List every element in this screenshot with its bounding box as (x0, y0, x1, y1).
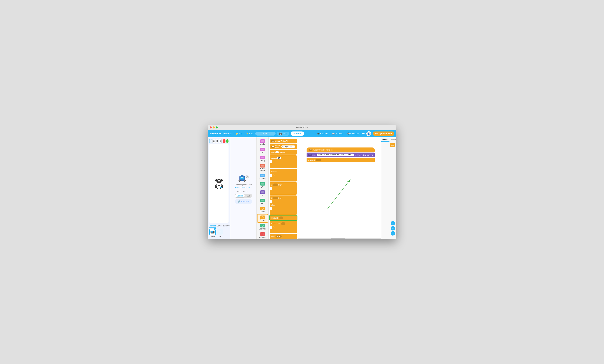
code-brackets-icon: </> (391, 144, 394, 146)
if-else-block[interactable]: if then (270, 195, 297, 200)
svg-point-3 (220, 179, 223, 182)
split-view-button[interactable]: ⊞ (213, 139, 215, 143)
view-controls: ⤡ ⊞ ☰ ⊟ (209, 139, 228, 143)
horizontal-scrollbar[interactable] (298, 238, 381, 239)
iot-icon (261, 199, 264, 201)
wait-seconds-block[interactable]: wait 1 seconds (270, 150, 297, 155)
zoom-in-button[interactable]: + (391, 221, 395, 225)
workspace-wait-until-block[interactable]: wait until (307, 158, 375, 162)
if-condition-slot (273, 183, 278, 186)
courses-button[interactable]: 🎓 Courses (316, 132, 329, 135)
folder-icon: 📁 (236, 133, 238, 135)
zoom-out-button[interactable]: − (391, 226, 395, 231)
minimize-button[interactable] (213, 126, 215, 128)
category-audio[interactable]: Audio (257, 138, 268, 146)
category-control[interactable]: Control (257, 214, 268, 223)
fullscreen-button[interactable] (216, 126, 218, 128)
blocks-panel: ■■ restart CyberPi ■■ insert code cyberp… (269, 137, 298, 239)
edit-menu[interactable]: ✏️ Edit (245, 132, 254, 135)
category-lan[interactable]: LAN (257, 181, 268, 189)
svg-point-22 (239, 180, 240, 181)
feedback-button[interactable]: 💬 Feedback (346, 132, 361, 135)
mode-switch-label: Mode Switch ℹ (238, 190, 250, 192)
forever-block[interactable]: forever (270, 169, 297, 174)
scroll-thumb[interactable] (331, 238, 345, 239)
when-cyberpi-starts-block[interactable]: ■■ when CyberPi starts up (307, 147, 375, 152)
category-operators[interactable]: Operators (257, 223, 268, 231)
run-button[interactable] (226, 139, 228, 143)
cyberpi-icon-wrapper[interactable]: ✕ (209, 229, 216, 235)
repeat-end (270, 163, 297, 168)
category-iot[interactable]: IoT (257, 198, 268, 206)
svg-rect-37 (261, 149, 264, 150)
repeat-until-slot (281, 222, 285, 225)
category-events-label: Events (260, 211, 265, 213)
live-mode-button[interactable]: Live (245, 194, 252, 197)
repeat-block[interactable]: repeat 10 (270, 155, 297, 160)
svg-point-27 (241, 178, 242, 178)
category-led[interactable]: LED (257, 147, 268, 155)
insert-code-block[interactable]: ■■ insert code cyberpi.console.print("he… (270, 144, 297, 149)
tab-sprites[interactable]: Sprites (217, 224, 223, 228)
upload-mode-button[interactable]: Upload (235, 194, 245, 197)
cyberpi-device-item: ✕ CyberPi (209, 229, 216, 237)
repeat-input: 10 (277, 157, 281, 159)
tutorials-button[interactable]: 📖 Tutorials (331, 132, 344, 135)
list-view-button[interactable]: ☰ (216, 139, 218, 143)
category-variables[interactable]: Variables (257, 231, 268, 239)
stop-button[interactable] (223, 139, 225, 143)
expand-view-button[interactable]: ⤡ (209, 139, 212, 143)
category-display[interactable]: Display (257, 155, 268, 163)
stop-block[interactable]: stop all ▼ (270, 234, 297, 239)
print-block[interactable]: ■■ print Press B to start obstacle avoid… (307, 153, 375, 157)
led-icon (261, 148, 264, 150)
category-operators-label: Operators (259, 228, 266, 230)
tab-blocks[interactable]: Blocks (381, 137, 390, 142)
dropdown-arrow-icon: ▼ (279, 236, 281, 237)
repeat-until-block[interactable]: repeat until (270, 221, 297, 226)
zoom-fit-button[interactable]: — (391, 231, 395, 236)
wait-until-block[interactable]: wait until (270, 216, 297, 220)
remove-device-button[interactable]: ✕ (214, 228, 216, 231)
avatar[interactable]: 👤 (366, 131, 371, 136)
code-view-button[interactable]: </> (390, 143, 395, 147)
python-editor-button[interactable]: </> Python Editor (373, 132, 394, 136)
file-menu[interactable]: 📁 File (234, 132, 243, 135)
category-events[interactable]: Events (257, 206, 268, 214)
svg-point-23 (244, 180, 245, 181)
add-device-button[interactable]: + (217, 229, 223, 235)
category-sensing[interactable]: Sensing (257, 173, 268, 181)
cyberpi-icon (210, 230, 215, 234)
category-audio-label: Audio (260, 143, 265, 145)
zoom-controls: + − — (391, 221, 395, 236)
stage-area (209, 144, 228, 223)
if-then-block-group: if then (270, 182, 297, 195)
add-device-label: add (219, 236, 221, 237)
main-content: ⤡ ⊞ ☰ ⊟ (208, 137, 396, 239)
workspace[interactable]: ■■ when CyberPi starts up ■■ print Press… (298, 137, 381, 239)
how-to-use-link[interactable]: How to use device? (235, 187, 252, 189)
connect-device-button[interactable]: 🔗 Connect (235, 199, 252, 204)
if-then-block[interactable]: if then (270, 182, 297, 187)
publish-button[interactable]: Publish (291, 132, 304, 136)
svg-rect-35 (261, 140, 264, 142)
display-icon (261, 157, 264, 158)
events-icon (262, 207, 264, 210)
stop-dropdown[interactable]: all ▼ (276, 235, 282, 238)
category-ai[interactable]: AI (257, 189, 268, 197)
tab-devices[interactable]: Devices (209, 224, 216, 228)
tab-python[interactable]: Python (390, 137, 396, 142)
restart-block[interactable]: ■■ restart CyberPi (270, 139, 297, 144)
more-options-button[interactable]: ••• (362, 132, 365, 135)
grid-view-button[interactable]: ⊟ (219, 139, 222, 143)
close-button[interactable] (210, 126, 212, 128)
main-block-stack: ■■ when CyberPi starts up ■■ print Press… (307, 147, 375, 162)
project-title-input[interactable] (255, 132, 276, 135)
svg-point-2 (215, 179, 218, 182)
panel-tabs: Devices Sprites Background (209, 224, 228, 228)
forever-block-group: forever ↻ (270, 169, 297, 182)
save-button[interactable]: 💾 Save (277, 132, 289, 136)
category-motion-sensing[interactable]: MotionSensing (257, 163, 268, 173)
svg-rect-39 (261, 157, 264, 158)
svg-rect-47 (261, 191, 264, 193)
